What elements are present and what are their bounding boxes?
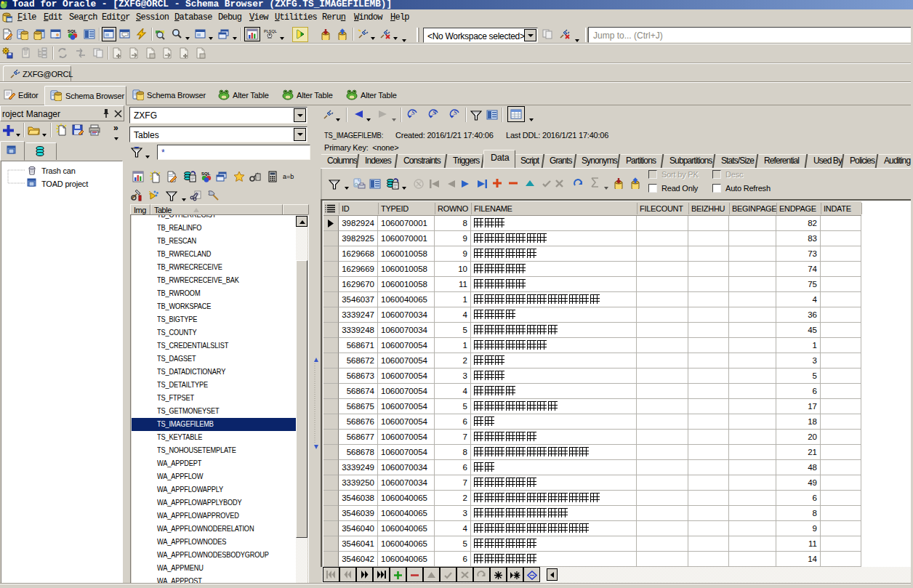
svg-text:PLSQL: PLSQL [264, 29, 277, 33]
svg-text:1: 1 [434, 110, 437, 115]
svg-text:SQL: SQL [68, 29, 77, 33]
svg-text:S: S [454, 109, 457, 116]
svg-text:SQL: SQL [201, 172, 211, 176]
svg-text:S: S [411, 109, 415, 116]
svg-text:a=b: a=b [283, 173, 294, 180]
